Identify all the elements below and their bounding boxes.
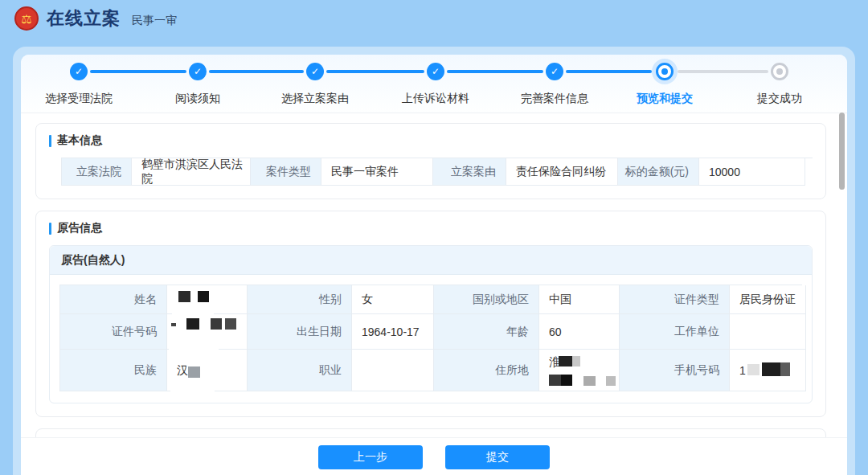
step-connector [447, 70, 543, 73]
phone-value: 1 [730, 350, 806, 391]
app-header: ⚖ 在线立案 民事一审 [0, 0, 868, 37]
preview-content[interactable]: 基本信息 立案法院 鹤壁市淇滨区人民法院 案件类型 民事一审案件 立案案由 责任… [21, 113, 847, 475]
cause-value: 责任保险合同纠纷 [506, 158, 618, 186]
redaction-whiteout [169, 334, 219, 354]
amount-value: 10000 [699, 158, 805, 186]
field-label: 工作单位 [620, 314, 730, 350]
redaction-block [186, 318, 199, 330]
age-value: 60 [539, 314, 620, 350]
plaintiff-subcard-title: 原告(自然人) [50, 246, 812, 275]
section-bar [49, 223, 51, 235]
redaction-block [606, 376, 616, 386]
field-label: 立案案由 [433, 158, 506, 186]
scales-icon: ⚖ [21, 13, 31, 25]
field-label: 出生日期 [248, 314, 352, 350]
step-connector [90, 70, 186, 73]
redaction-block [583, 376, 596, 386]
redaction-block [225, 318, 236, 330]
birthdate-value: 1964-10-17 [352, 314, 434, 350]
field-label: 证件号码 [60, 314, 167, 350]
field-label: 职业 [248, 350, 352, 391]
plaintiff-subcard-body: 姓名 性别 女 国别或地区 中国 证件类型 [50, 275, 812, 403]
footer-action-bar: 上一步 提交 [21, 438, 847, 475]
gender-value: 女 [352, 285, 434, 314]
pending-step-icon [771, 63, 788, 80]
main-panel: ✓ 选择受理法院 ✓ 阅读须知 ✓ 选择立案案由 ✓ 上传诉讼材料 ✓ 完善案件… [13, 47, 855, 475]
field-label: 国别或地区 [434, 285, 539, 314]
field-label: 手机号码 [620, 350, 730, 391]
redaction-block [549, 375, 561, 386]
field-label: 证件类型 [620, 285, 730, 314]
redaction-block [762, 362, 780, 376]
occupation-value [352, 350, 434, 391]
previous-step-button[interactable]: 上一步 [318, 445, 423, 469]
employer-value [730, 314, 806, 350]
submit-button[interactable]: 提交 [445, 445, 550, 469]
step-connector-pending [678, 70, 768, 73]
field-label: 性别 [248, 285, 352, 314]
redaction-block [747, 364, 760, 375]
redaction-block [188, 366, 200, 378]
country-value: 中国 [539, 285, 620, 314]
redaction-block [178, 291, 190, 302]
field-label: 住所地 [434, 350, 539, 391]
basic-info-card: 基本信息 立案法院 鹤壁市淇滨区人民法院 案件类型 民事一审案件 立案案由 责任… [35, 123, 826, 199]
filing-court-value: 鹤壁市淇滨区人民法院 [132, 158, 251, 186]
active-step-icon [656, 63, 674, 80]
scrollbar-thumb[interactable] [839, 113, 845, 190]
id-type-value: 居民身份证 [730, 285, 806, 314]
field-label: 年龄 [434, 314, 539, 350]
field-label: 姓名 [60, 285, 167, 314]
check-icon: ✓ [70, 63, 88, 80]
step-connector [326, 70, 424, 73]
court-emblem-logo: ⚖ [14, 6, 39, 31]
redaction-block [780, 362, 790, 376]
check-icon: ✓ [306, 63, 324, 80]
redaction-whiteout [170, 377, 215, 395]
name-value [167, 285, 248, 314]
plaintiff-info-card: 原告信息 原告(自然人) 姓名 [35, 211, 826, 417]
plaintiff-table: 姓名 性别 女 国别或地区 中国 证件类型 [59, 285, 802, 391]
step-connector [209, 70, 304, 73]
check-icon: ✓ [427, 63, 444, 80]
redaction-block [559, 356, 572, 366]
check-icon: ✓ [546, 63, 563, 80]
redaction-block [198, 291, 209, 302]
redaction-block [561, 375, 572, 386]
basic-info-heading: 基本信息 [49, 133, 813, 148]
app-title: 在线立案 [47, 6, 121, 31]
address-value: 淮 [539, 350, 620, 391]
step-connector [566, 70, 652, 73]
redaction-block [211, 318, 222, 330]
field-label: 民族 [60, 350, 167, 391]
case-type-subtitle: 民事一审 [132, 14, 177, 28]
field-label: 立案法院 [62, 158, 132, 186]
main-panel-inner: ✓ 选择受理法院 ✓ 阅读须知 ✓ 选择立案案由 ✓ 上传诉讼材料 ✓ 完善案件… [21, 55, 847, 475]
basic-info-row: 立案法院 鹤壁市淇滨区人民法院 案件类型 民事一审案件 立案案由 责任保险合同纠… [61, 158, 813, 186]
redaction-block [171, 323, 176, 326]
plaintiff-info-heading: 原告信息 [49, 221, 813, 235]
case-type-value: 民事一审案件 [321, 158, 433, 186]
plaintiff-subcard: 原告(自然人) 姓名 性别 女 [49, 245, 813, 403]
stepper: ✓ 选择受理法院 ✓ 阅读须知 ✓ 选择立案案由 ✓ 上传诉讼材料 ✓ 完善案件… [21, 55, 847, 113]
check-icon: ✓ [189, 63, 207, 80]
ethnicity-value: 汉 [167, 350, 248, 391]
field-label: 标的金额(元) [618, 158, 699, 186]
section-bar [49, 135, 51, 147]
redaction-block [572, 356, 580, 366]
field-label: 案件类型 [251, 158, 321, 186]
